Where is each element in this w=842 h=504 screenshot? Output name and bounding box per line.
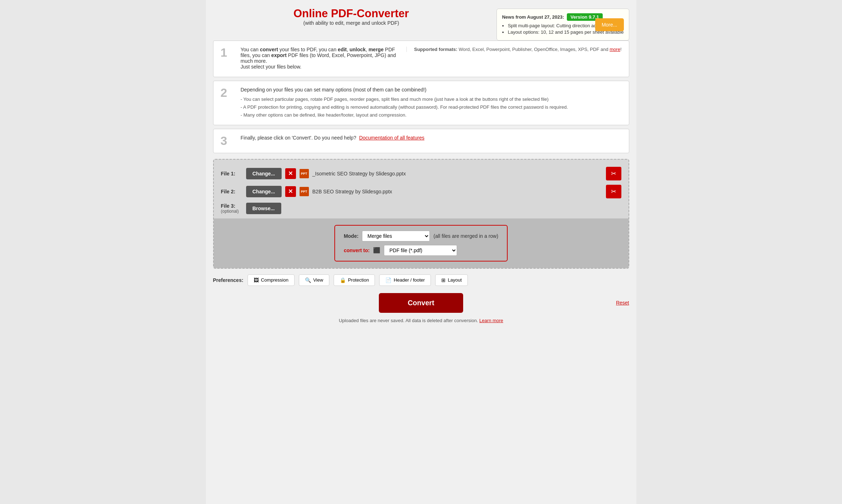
step2-main: Depending on your files you can set many… [241, 87, 622, 93]
convert-to-label: convert to: [344, 248, 370, 253]
more-button[interactable]: More... [595, 18, 624, 31]
file1-type-icon: PPT [300, 169, 309, 178]
preferences-label: Preferences: [213, 277, 244, 283]
protection-button[interactable]: 🔒 Protection [334, 274, 375, 286]
footer-note: Uploaded files are never saved. All data… [213, 318, 629, 323]
file1-delete-button[interactable]: ✕ [285, 168, 296, 179]
page-subtitle: (with ability to edit, merge and unlock … [213, 20, 490, 26]
more-formats-link[interactable]: more [610, 47, 620, 52]
file-row-2: File 2: Change... ✕ PPT B2B SEO Strategy… [221, 185, 621, 198]
compression-label: Compression [261, 277, 288, 283]
file3-browse-button[interactable]: Browse... [246, 203, 281, 214]
step2-sub: - You can select particular pages, rotat… [241, 95, 622, 119]
mode-select[interactable]: Merge files Convert files separately Spl… [362, 231, 430, 241]
file3-optional: (optional) [221, 209, 243, 214]
step-number-3: 3 [221, 135, 235, 147]
mode-description: (all files are merged in a row) [433, 233, 498, 239]
step3-text: Finally, please click on 'Convert'. Do y… [241, 135, 622, 141]
convert-to-select[interactable]: PDF file (*.pdf) Word document (*.docx) … [384, 245, 457, 256]
reset-link[interactable]: Reset [616, 300, 629, 306]
delete-icon-1: ✕ [288, 170, 293, 177]
convert-section: Convert Reset [213, 293, 629, 313]
header-footer-button[interactable]: 📄 Header / footer [379, 274, 431, 286]
file1-label: File 1: [221, 171, 243, 176]
step1-text: You can convert your files to PDF, you c… [241, 47, 401, 70]
pdf-icon: ⬛ [373, 247, 380, 254]
supported-formats: Supported formats: Word, Excel, Powerpoi… [414, 47, 621, 52]
file1-change-button[interactable]: Change... [246, 168, 282, 179]
step2-sub-3: - Many other options can be defined, lik… [241, 111, 622, 119]
file-row-3: File 3: (optional) Browse... [221, 203, 621, 214]
file2-label: File 2: [221, 189, 243, 194]
convert-button[interactable]: Convert [379, 293, 463, 313]
footer-text: Uploaded files are never saved. All data… [339, 318, 478, 323]
file-area: File 1: Change... ✕ PPT _Isometric SEO S… [213, 159, 629, 269]
layout-button[interactable]: ⊞ Layout [435, 274, 468, 286]
mode-box: Mode: Merge files Convert files separate… [334, 225, 508, 262]
header-footer-label: Header / footer [394, 277, 425, 283]
layout-icon: ⊞ [441, 277, 446, 283]
protection-icon: 🔒 [340, 277, 346, 283]
step-number-1: 1 [221, 47, 235, 59]
view-button[interactable]: 🔍 View [299, 274, 329, 286]
step-number-2: 2 [221, 87, 235, 99]
file2-scissors-button[interactable]: ✂ [606, 185, 621, 198]
file1-filename: _Isometric SEO Strategy by Slidesgo.pptx [312, 171, 406, 176]
news-date: News from August 27, 2023: [502, 14, 564, 20]
learn-more-link[interactable]: Learn more [479, 318, 503, 323]
page-title: Online PDF-Converter [213, 7, 490, 20]
file2-delete-button[interactable]: ✕ [285, 186, 296, 197]
view-icon: 🔍 [305, 277, 311, 283]
file2-filename: B2B SEO Strategy by Slidesgo.pptx [312, 189, 392, 194]
step2-sub-1: - You can select particular pages, rotat… [241, 95, 622, 103]
step2-sub-2: - A PDF protection for printing, copying… [241, 103, 622, 111]
preferences-row: Preferences: 🖼 Compression 🔍 View 🔒 Prot… [213, 274, 629, 286]
documentation-link[interactable]: Documentation of all features [359, 135, 424, 141]
news-banner: News from August 27, 2023: Version 9.7.1… [497, 9, 629, 41]
file2-change-button[interactable]: Change... [246, 186, 282, 197]
scissors-icon-2: ✂ [611, 188, 616, 196]
delete-icon-2: ✕ [288, 188, 293, 195]
header-footer-icon: 📄 [385, 277, 391, 283]
file1-scissors-button[interactable]: ✂ [606, 167, 621, 180]
file-row-1: File 1: Change... ✕ PPT _Isometric SEO S… [221, 167, 621, 180]
step3-before: Finally, please click on 'Convert'. Do y… [241, 135, 357, 141]
protection-label: Protection [348, 277, 369, 283]
mode-label: Mode: [344, 233, 358, 239]
compression-button[interactable]: 🖼 Compression [248, 274, 295, 286]
view-label: View [313, 277, 323, 283]
mode-area: Mode: Merge files Convert files separate… [214, 218, 629, 268]
file2-type-icon: PPT [300, 187, 309, 196]
scissors-icon-1: ✂ [611, 170, 616, 178]
file3-label: File 3: [221, 203, 243, 209]
layout-label: Layout [448, 277, 462, 283]
compression-icon: 🖼 [254, 277, 259, 283]
